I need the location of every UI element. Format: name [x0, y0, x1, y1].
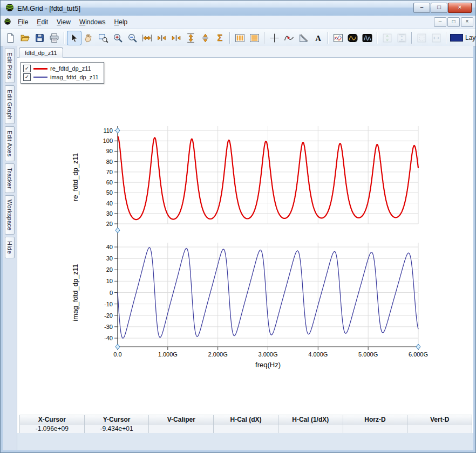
status-header-h-cal-dx: H-Cal (dX): [214, 415, 278, 424]
menu-windows[interactable]: Windows: [75, 17, 110, 28]
svg-text:50: 50: [106, 189, 113, 196]
sidebar-tab-hide[interactable]: Hide: [5, 237, 15, 258]
sync-vertical-icon: [380, 31, 395, 45]
menu-items: FileEditViewWindowsHelp: [13, 17, 132, 28]
close-button[interactable]: ×: [448, 3, 472, 13]
svg-text:freq(Hz): freq(Hz): [255, 361, 281, 369]
menu-edit[interactable]: Edit: [32, 17, 52, 28]
plot-client-area: fdtd_dp_z11 1101009080706050403020403020…: [17, 46, 473, 450]
bottom-strip: [17, 433, 473, 450]
new-document-icon[interactable]: [3, 31, 18, 45]
status-header-vert-d: Vert-D: [407, 415, 472, 424]
menu-bar: FileEditViewWindowsHelp – □ ×: [1, 16, 475, 29]
minimize-button[interactable]: –: [413, 3, 430, 13]
toolbar-separator: [377, 32, 378, 44]
expand-x-icon[interactable]: [140, 31, 154, 45]
horizontal-panels-icon[interactable]: [247, 31, 262, 45]
status-value-y-cursor: -9.434e+01: [85, 424, 149, 434]
collapse-x-icon[interactable]: [169, 31, 183, 45]
plot-canvas[interactable]: 1101009080706050403020403020100-10-20-30…: [17, 58, 473, 393]
legend-entry-imag-fdtd-dp-z11: ✓imag_fdtd_dp_z11: [23, 73, 99, 81]
svg-text:-20: -20: [104, 312, 113, 319]
sidebar-tab-workspace[interactable]: Workspace: [5, 195, 15, 235]
caliper-icon[interactable]: [296, 31, 311, 45]
svg-text:Σ: Σ: [217, 33, 223, 42]
svg-text:40: 40: [106, 200, 113, 207]
status-header-h-cal-1-dx: H-Cal (1/dX): [278, 415, 343, 424]
tracker-icon[interactable]: [282, 31, 296, 45]
status-value-x-cursor: -1.096e+09: [20, 424, 85, 434]
axis-handle-icon[interactable]: [416, 344, 420, 349]
zoom-out-icon[interactable]: [125, 31, 140, 45]
legend-checkbox-re-fdtd-dp-z11[interactable]: ✓: [23, 65, 31, 72]
pan-hand-icon[interactable]: [81, 31, 96, 45]
subplot-icon[interactable]: [331, 31, 345, 45]
child-window-controls: – □ ×: [434, 17, 473, 27]
zoom-window-icon[interactable]: [96, 31, 111, 45]
child-minimize-button[interactable]: –: [434, 17, 446, 27]
shift-y-icon[interactable]: [198, 31, 213, 45]
vertical-panels-icon[interactable]: [233, 31, 247, 45]
menu-view[interactable]: View: [52, 17, 75, 28]
layout-label[interactable]: Layout: [465, 34, 475, 42]
select-arrow-icon[interactable]: [67, 31, 81, 45]
status-value-h-cal-dx: [214, 424, 278, 434]
autoscale-icon[interactable]: Σ: [213, 31, 227, 45]
toolbar-separator: [264, 32, 265, 44]
toolbar-separator: [64, 32, 65, 44]
legend-entry-re-fdtd-dp-z11: ✓re_fdtd_dp_z11: [23, 64, 99, 73]
svg-text:-30: -30: [104, 324, 113, 330]
legend-label: imag_fdtd_dp_z11: [50, 74, 99, 80]
status-header-horz-d: Horz-D: [343, 415, 408, 424]
sidebar-tab-edit-plots[interactable]: Edit Plots: [5, 48, 15, 83]
spectrum-black-icon[interactable]: [360, 31, 375, 45]
shift-x-icon[interactable]: [154, 31, 169, 45]
svg-text:110: 110: [103, 127, 113, 134]
menu-help[interactable]: Help: [110, 17, 132, 28]
menu-file[interactable]: File: [13, 17, 32, 28]
document-tab-bar: fdtd_dp_z11: [17, 46, 473, 58]
svg-text:70: 70: [106, 169, 113, 175]
text-label-icon[interactable]: A: [311, 31, 325, 45]
status-value-h-cal-1-dx: [278, 424, 343, 434]
crosshair-icon[interactable]: [267, 31, 282, 45]
svg-text:re_fdtd_dp_z11: re_fdtd_dp_z11: [71, 153, 79, 201]
open-icon[interactable]: [18, 31, 32, 45]
toolbar: ΣALayout: [1, 29, 475, 47]
child-restore-button[interactable]: □: [447, 17, 460, 27]
legend-checkbox-imag-fdtd-dp-z11[interactable]: ✓: [23, 73, 31, 81]
svg-text:100: 100: [103, 138, 113, 144]
svg-text:0: 0: [110, 290, 113, 296]
sidebar: Edit PlotsEdit GraphEdit AxesTrackerWork…: [3, 46, 17, 450]
layout-icon: [450, 34, 463, 42]
sidebar-tab-edit-axes[interactable]: Edit Axes: [5, 126, 15, 161]
fit-vertical-icon: [395, 31, 409, 45]
svg-text:2.000G: 2.000G: [208, 351, 228, 358]
axis-handle-icon[interactable]: [115, 228, 120, 233]
svg-text:0.0: 0.0: [113, 351, 121, 358]
application-window: EM.Grid - [fdtd_tut5] – □ × FileEditView…: [0, 0, 476, 453]
waveform-black-icon[interactable]: [345, 31, 360, 45]
app-logo-icon: [5, 3, 14, 13]
tab-fdtd-dp-z11[interactable]: fdtd_dp_z11: [19, 47, 63, 58]
svg-text:A: A: [315, 33, 321, 42]
window-controls: – □ ×: [413, 3, 472, 13]
svg-text:10: 10: [106, 278, 113, 284]
axis-handle-icon[interactable]: [115, 344, 120, 349]
svg-text:20: 20: [106, 221, 113, 227]
svg-text:30: 30: [106, 210, 113, 217]
sidebar-tab-tracker[interactable]: Tracker: [5, 163, 15, 193]
print-icon[interactable]: [47, 31, 62, 45]
svg-text:80: 80: [106, 159, 113, 165]
zoom-in-icon[interactable]: [111, 31, 125, 45]
svg-text:60: 60: [106, 179, 113, 186]
child-close-button[interactable]: ×: [461, 17, 473, 27]
expand-y-icon[interactable]: [183, 31, 198, 45]
svg-text:20: 20: [106, 266, 113, 273]
sidebar-tab-edit-graph[interactable]: Edit Graph: [5, 85, 15, 124]
axis-handle-icon[interactable]: [115, 128, 120, 133]
save-icon[interactable]: [32, 31, 47, 45]
maximize-button[interactable]: □: [431, 3, 447, 13]
status-header-v-caliper: V-Caliper: [149, 415, 214, 424]
legend-box: ✓re_fdtd_dp_z11✓imag_fdtd_dp_z11: [21, 62, 104, 84]
